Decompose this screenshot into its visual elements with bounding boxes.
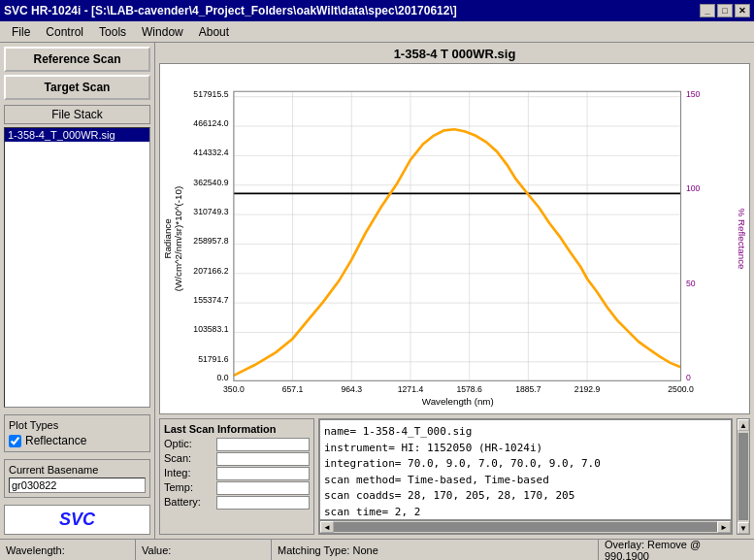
title-text: SVC HR-1024i - [S:\LAB-cavender\4_Projec… xyxy=(4,4,457,17)
scan-row-temp: Temp: xyxy=(164,481,310,495)
spectral-curve xyxy=(234,129,681,376)
plot-types-box: Plot Types Reflectance xyxy=(4,414,150,452)
svg-text:100: 100 xyxy=(686,183,701,193)
scan-label: Scan: xyxy=(164,452,213,466)
value-label: Value: xyxy=(142,544,171,556)
svg-text:466124.0: 466124.0 xyxy=(193,118,228,128)
svg-text:414332.4: 414332.4 xyxy=(193,148,228,157)
file-stack-label: File Stack xyxy=(4,105,150,124)
svg-text:2192.9: 2192.9 xyxy=(574,384,601,394)
svg-text:350.0: 350.0 xyxy=(223,384,245,394)
scan-row-integ: Integ: xyxy=(164,467,310,480)
svg-text:258957.8: 258957.8 xyxy=(193,236,228,246)
svg-text:362540.9: 362540.9 xyxy=(193,178,228,187)
menu-file[interactable]: File xyxy=(4,23,38,41)
plot-type-row: Reflectance xyxy=(9,434,146,447)
status-bar: Wavelength: Value: Matching Type: None O… xyxy=(0,539,754,560)
target-scan-button[interactable]: Target Scan xyxy=(4,75,150,100)
scan-info-line4: scan method= Time-based, Time-based xyxy=(324,473,727,489)
integ-label: Integ: xyxy=(164,467,213,480)
left-panel: Reference Scan Target Scan File Stack 1-… xyxy=(0,43,155,539)
file-item[interactable]: 1-358-4_T_000WR.sig xyxy=(5,128,149,142)
close-button[interactable]: ✕ xyxy=(735,4,750,17)
scan-info-line2: instrument= HI: 1152050 (HR-1024i) xyxy=(324,441,727,457)
svg-text:657.1: 657.1 xyxy=(282,384,304,394)
integ-value xyxy=(216,467,310,480)
svg-text:51791.6: 51791.6 xyxy=(198,354,228,364)
scan-info-line3: integration= 70.0, 9.0, 7.0, 70.0, 9.0, … xyxy=(324,456,727,473)
optic-value xyxy=(216,438,310,451)
svg-text:50: 50 xyxy=(686,279,696,288)
maximize-button[interactable]: □ xyxy=(717,4,733,17)
chart-svg: Radiance (W/cm^2/nm/sr)*10^(-10) % Refle… xyxy=(160,64,749,413)
h-scroll-track[interactable] xyxy=(334,522,717,532)
svg-text:1578.6: 1578.6 xyxy=(456,384,482,394)
v-scrollbar: ▲ ▼ xyxy=(737,418,750,535)
svg-text:1885.7: 1885.7 xyxy=(515,384,541,394)
svg-text:150: 150 xyxy=(686,89,701,99)
wavelength-label: Wavelength: xyxy=(6,544,65,556)
chart-title: 1-358-4 T 000WR.sig xyxy=(159,47,750,61)
svg-text:0.0: 0.0 xyxy=(216,373,228,382)
menu-control[interactable]: Control xyxy=(38,23,91,41)
plot-types-title: Plot Types xyxy=(9,419,146,431)
svg-text:1271.4: 1271.4 xyxy=(398,384,424,394)
h-scrollbar: ◄ ► xyxy=(319,520,732,534)
svg-text:310749.3: 310749.3 xyxy=(193,207,228,216)
reflectance-label: Reflectance xyxy=(25,434,86,447)
svg-rect-47 xyxy=(234,91,681,380)
chart-area: Radiance (W/cm^2/nm/sr)*10^(-10) % Refle… xyxy=(159,63,750,414)
svg-text:103583.1: 103583.1 xyxy=(193,324,228,334)
temp-label: Temp: xyxy=(164,481,213,495)
main-content: Reference Scan Target Scan File Stack 1-… xyxy=(0,43,754,539)
right-panel: 1-358-4 T 000WR.sig Radiance (W/cm^2/nm/… xyxy=(155,43,754,539)
optic-label: Optic: xyxy=(164,438,213,451)
scan-info-line1: name= 1-358-4_T_000.sig xyxy=(324,424,727,441)
current-basename-title: Current Basename xyxy=(9,464,146,476)
svg-text:(W/cm^2/nm/sr)*10^(-10): (W/cm^2/nm/sr)*10^(-10) xyxy=(173,186,183,291)
svg-text:964.3: 964.3 xyxy=(341,384,362,394)
last-scan-info-box: Last Scan Information Optic: Scan: Integ… xyxy=(159,418,314,535)
h-scroll-right[interactable]: ► xyxy=(717,521,731,533)
menu-tools[interactable]: Tools xyxy=(91,23,134,41)
title-bar-controls: _ □ ✕ xyxy=(700,4,750,17)
last-scan-title: Last Scan Information xyxy=(164,423,310,435)
basename-input[interactable] xyxy=(9,478,146,493)
scan-info-text[interactable]: name= 1-358-4_T_000.sig instrument= HI: … xyxy=(319,419,732,520)
reflectance-checkbox[interactable] xyxy=(9,435,21,447)
battery-label: Battery: xyxy=(164,496,213,510)
matching-type-text: Matching Type: None xyxy=(278,544,378,556)
temp-value xyxy=(216,481,310,495)
v-scroll-up[interactable]: ▲ xyxy=(738,419,749,431)
scan-info-container: name= 1-358-4_T_000.sig instrument= HI: … xyxy=(318,418,733,535)
menu-about[interactable]: About xyxy=(191,23,237,41)
status-value: Value: xyxy=(136,540,272,560)
h-scroll-left[interactable]: ◄ xyxy=(320,521,334,533)
v-scroll-thumb[interactable] xyxy=(738,433,748,520)
svg-text:207166.2: 207166.2 xyxy=(193,266,228,276)
scan-info-line6: scan time= 2, 2 xyxy=(324,505,727,521)
svg-text:517915.5: 517915.5 xyxy=(193,89,228,99)
title-bar: SVC HR-1024i - [S:\LAB-cavender\4_Projec… xyxy=(0,0,754,21)
svg-text:Radiance: Radiance xyxy=(162,218,173,258)
overlay-text: Overlay: Remove @ 990.1900 xyxy=(605,539,748,561)
current-basename-box: Current Basename xyxy=(4,459,150,498)
scan-row-battery: Battery: xyxy=(164,496,310,510)
svg-text:0: 0 xyxy=(686,373,691,382)
status-matching-type: Matching Type: None xyxy=(272,540,599,560)
scan-value xyxy=(216,452,310,466)
file-list[interactable]: 1-358-4_T_000WR.sig xyxy=(4,127,150,408)
scan-row-scan: Scan: xyxy=(164,452,310,466)
svg-text:% Reflectance: % Reflectance xyxy=(737,209,747,270)
menu-bar: File Control Tools Window About xyxy=(0,21,754,43)
status-wavelength: Wavelength: xyxy=(0,540,136,560)
battery-value xyxy=(216,496,310,510)
svg-text:155374.7: 155374.7 xyxy=(193,295,228,305)
bottom-panel: Last Scan Information Optic: Scan: Integ… xyxy=(159,418,750,535)
minimize-button[interactable]: _ xyxy=(700,4,715,17)
reference-scan-button[interactable]: Reference Scan xyxy=(4,47,150,72)
menu-window[interactable]: Window xyxy=(134,23,191,41)
scan-row-optic: Optic: xyxy=(164,438,310,451)
v-scroll-down[interactable]: ▼ xyxy=(738,522,749,534)
svg-text:Wavelength (nm): Wavelength (nm) xyxy=(422,396,494,407)
